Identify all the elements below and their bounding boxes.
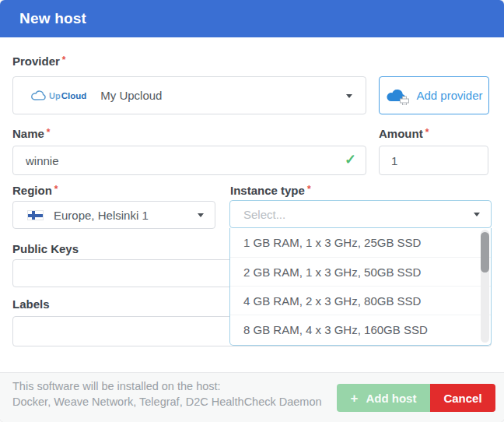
instance-type-option[interactable]: 2 GB RAM, 1 x 3 GHz, 50GB SSD <box>230 257 491 286</box>
provider-selected-value: My Upcloud <box>100 89 162 102</box>
instance-type-option[interactable]: 4 GB RAM, 2 x 3 GHz, 80GB SSD <box>230 286 491 315</box>
add-provider-label: Add provider <box>416 89 482 102</box>
finland-flag-icon <box>27 210 44 220</box>
dropdown-scrollbar-thumb[interactable] <box>481 232 489 273</box>
required-asterisk: * <box>54 184 58 195</box>
dialog-header: New host <box>0 0 504 37</box>
install-info-line1: This software will be installed on the h… <box>12 378 322 394</box>
name-input[interactable] <box>12 146 366 175</box>
dialog-footer: This software will be installed on the h… <box>0 372 504 422</box>
required-asterisk: * <box>425 127 429 138</box>
required-asterisk: * <box>62 55 66 65</box>
instance-type-option[interactable]: 8 GB RAM, 4 x 3 GHz, 160GB SSD <box>230 315 491 343</box>
region-select[interactable]: Europe, Helsinki 1 <box>12 201 215 229</box>
required-asterisk: * <box>307 184 311 195</box>
add-provider-button[interactable]: Add provider <box>379 76 489 114</box>
labels-label: Labels <box>12 297 50 311</box>
amount-label: Amount* <box>379 127 429 140</box>
provider-select[interactable]: UpCloud My Upcloud <box>12 76 366 114</box>
public-keys-label: Public Keys <box>12 242 79 255</box>
amount-input[interactable] <box>379 146 488 175</box>
instance-type-placeholder: Select... <box>243 208 285 221</box>
upcloud-logo: UpCloud <box>30 90 86 101</box>
plus-icon: + <box>351 392 359 405</box>
valid-check-icon: ✓ <box>345 151 356 168</box>
chevron-down-icon <box>346 94 352 98</box>
region-label: Region* <box>12 184 58 197</box>
chevron-down-icon <box>198 213 204 217</box>
instance-type-option[interactable]: 1 GB RAM, 1 x 3 GHz, 25GB SSD <box>230 228 491 257</box>
cloud-plus-icon <box>385 86 410 105</box>
add-host-label: Add host <box>366 392 416 405</box>
install-info-text: This software will be installed on the h… <box>12 378 322 410</box>
name-label: Name* <box>12 127 51 140</box>
provider-label: Provider* <box>12 55 66 68</box>
chevron-down-icon <box>474 213 480 216</box>
required-asterisk: * <box>47 127 51 138</box>
upcloud-cloud-icon <box>30 90 47 101</box>
dialog-title: New host <box>19 10 86 27</box>
add-host-button[interactable]: + Add host <box>337 384 430 412</box>
new-host-dialog: New host Provider* UpCloud My Upcloud Ad… <box>0 0 504 422</box>
region-selected-value: Europe, Helsinki 1 <box>54 209 149 222</box>
instance-type-select[interactable]: Select... <box>229 200 492 228</box>
instance-type-dropdown-menu: 1 GB RAM, 1 x 3 GHz, 25GB SSD 2 GB RAM, … <box>229 228 492 346</box>
install-info-line2: Docker, Weave Network, Telegraf, D2C Hea… <box>12 394 322 410</box>
cancel-button[interactable]: Cancel <box>430 384 495 412</box>
cancel-label: Cancel <box>443 392 481 405</box>
instance-type-label: Instance type* <box>230 184 311 197</box>
